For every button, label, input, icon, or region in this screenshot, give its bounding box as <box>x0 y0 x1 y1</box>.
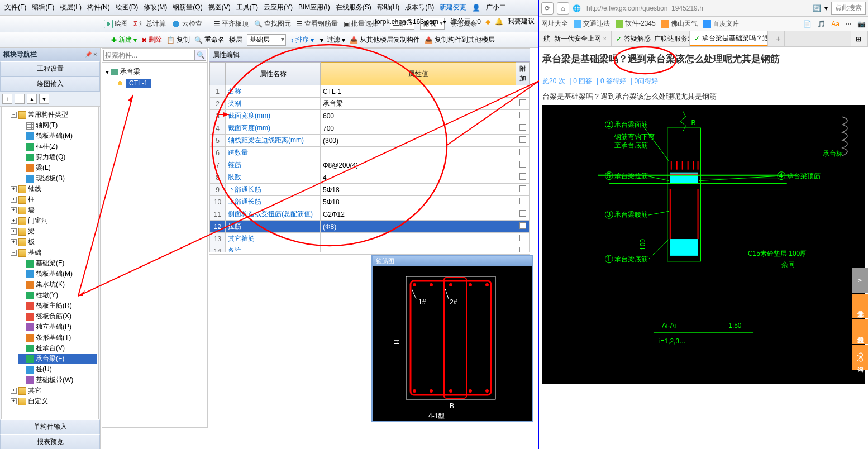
prop-row[interactable]: 8肢数4 <box>210 171 530 184</box>
prop-row[interactable]: 14备注 <box>210 245 530 252</box>
tree-custom[interactable]: +自定义 <box>11 396 97 407</box>
nav-section-project[interactable]: 工程设置 <box>0 61 100 77</box>
bm-ext3-icon[interactable]: Aa <box>831 20 840 28</box>
url-field[interactable]: http://e.fwxgx.com/question_1945219.h <box>584 3 809 13</box>
tree-other[interactable]: +其它 <box>11 385 97 396</box>
nav-expand-button[interactable]: + <box>2 94 12 104</box>
nav-down-button[interactable]: ▼ <box>39 94 49 104</box>
menu-online[interactable]: 在线服务(S) <box>333 2 374 13</box>
nav-section-report[interactable]: 报表预览 <box>0 434 100 449</box>
new-button[interactable]: ✚ 新建 ▾ <box>111 35 137 45</box>
side-feedback-button[interactable]: 意见反馈 <box>852 294 868 318</box>
rename-button[interactable]: 🔍 重命名 <box>194 35 225 45</box>
bm-ext4-icon[interactable]: ⋯ <box>845 20 852 28</box>
prop-row[interactable]: 11侧面构造或受扭筋(总配筋值)G2Φ12 <box>210 208 530 221</box>
prop-row[interactable]: 2类别承台梁 <box>210 98 530 110</box>
tree-foundation[interactable]: −基础 <box>11 247 97 258</box>
cloud-check-button[interactable]: 云检查 <box>171 19 202 28</box>
bm-sites[interactable]: 网址大全 <box>541 19 568 28</box>
menu-edit[interactable]: 编辑(E) <box>30 2 56 13</box>
sum-button[interactable]: Σ汇总计算 <box>133 19 166 28</box>
nav-tree[interactable]: −常用构件类型 轴网(T) 筏板基础(M) 框柱(Z) 剪力墙(Q) 梁(L) … <box>1 107 99 419</box>
align-top-button[interactable]: ☰平齐板顶 <box>214 19 249 28</box>
nav-pin-icon[interactable]: 📌 × <box>85 51 97 58</box>
tree-grp-column[interactable]: +柱 <box>11 194 97 205</box>
tree-beam[interactable]: 梁(L) <box>18 163 97 173</box>
component-search-button[interactable]: 🔍 <box>195 50 206 61</box>
view-rebar-button[interactable]: ☰查看钢筋量 <box>297 19 338 28</box>
bm-ext1-icon[interactable]: 📄 <box>803 20 812 28</box>
menu-version[interactable]: 版本号(B) <box>403 2 436 13</box>
menu-rebar[interactable]: 钢筋量(Q) <box>170 2 204 13</box>
prop-row[interactable]: 1名称CTL-1 <box>210 85 530 98</box>
menu-new-change[interactable]: 新建变更 <box>437 2 469 13</box>
sort-button[interactable]: ↕ 排序 ▾ <box>290 35 314 45</box>
tree-found-raft[interactable]: 筏板基础(M) <box>18 269 97 279</box>
tree-found-pile[interactable]: 桩(U) <box>18 364 97 375</box>
tree-found-beam[interactable]: 基础梁(F) <box>18 258 97 269</box>
menu-tool[interactable]: 工具(T) <box>234 2 260 13</box>
side-top-button[interactable]: ∧ <box>852 268 868 293</box>
tree-slab[interactable]: 现浇板(B) <box>18 173 97 184</box>
prop-row[interactable]: 10上部通长筋5Φ18 <box>210 196 530 208</box>
tree-found-iso[interactable]: 独立基础(P) <box>18 322 97 332</box>
side-qq-button[interactable]: QQ咨询 <box>852 345 868 370</box>
prop-row[interactable]: 3截面宽度(mm)600 <box>210 110 530 122</box>
tree-grp-beam[interactable]: +梁 <box>11 226 97 237</box>
tree-raft[interactable]: 筏板基础(M) <box>18 131 97 141</box>
bm-soft[interactable]: 软件-2345 <box>616 19 656 28</box>
tab-2[interactable]: ✓答疑解惑_广联达服务新× <box>612 31 690 46</box>
nav-collapse-button[interactable]: − <box>15 94 25 104</box>
home-button[interactable]: ⌂ <box>557 2 569 15</box>
tree-found-main[interactable]: 筏板主筋(R) <box>18 300 97 311</box>
tree-found-strip[interactable]: 条形基础(T) <box>18 332 97 343</box>
tree-found-cap[interactable]: 桩承台(V) <box>18 343 97 354</box>
tree-found-pier[interactable]: 柱墩(Y) <box>18 290 97 300</box>
bm-ext5-icon[interactable]: 📷 <box>857 20 866 28</box>
tree-grp-opening[interactable]: +门窗洞 <box>11 216 97 226</box>
menu-floor[interactable]: 楼层(L) <box>58 2 84 13</box>
delete-button[interactable]: ✖ 删除 <box>141 35 162 45</box>
batch-select-button[interactable]: ▣批量选择 <box>344 19 378 28</box>
bm-traffic[interactable]: 交通违法 <box>574 19 610 28</box>
property-table[interactable]: 属性名称 属性值 附加 1名称CTL-12类别承台梁3截面宽度(mm)6004截… <box>209 62 530 252</box>
close-icon[interactable]: × <box>603 36 607 42</box>
side-follow-button[interactable]: 关注我们 <box>852 319 868 344</box>
tree-grp-axis[interactable]: +轴线 <box>11 184 97 194</box>
nav-up-button[interactable]: ▲ <box>27 94 37 104</box>
menu-component[interactable]: 构件(N) <box>85 2 112 13</box>
prop-row[interactable]: 9下部通长筋5Φ18 <box>210 184 530 196</box>
user-avatar-icon[interactable]: 👤 <box>470 3 483 13</box>
comp-item[interactable]: CTL-1 <box>106 78 204 89</box>
menu-view[interactable]: 视图(V) <box>206 2 233 13</box>
sync-icon[interactable]: 🔄 <box>813 4 821 12</box>
menu-cloud[interactable]: 云应用(Y) <box>261 2 295 13</box>
bm-ext2-icon[interactable]: 🎵 <box>817 20 826 28</box>
draw-button[interactable]: 绘图 <box>104 19 128 28</box>
tree-root[interactable]: −常用构件类型 <box>11 109 97 120</box>
bell-icon[interactable]: 🔔 <box>495 18 503 26</box>
dropdown-icon[interactable]: ▾ <box>443 18 446 26</box>
tab-1[interactable]: 航_新一代安全上网× <box>539 31 612 46</box>
tab-3[interactable]: ✓承台梁是基础梁吗？遇到× <box>690 31 768 46</box>
tree-wall[interactable]: 剪力墙(Q) <box>18 152 97 163</box>
dropdown-icon[interactable]: ▾ <box>824 4 828 12</box>
tree-grp-wall[interactable]: +墙 <box>11 205 97 216</box>
comp-root[interactable]: ▾承台梁 <box>106 66 204 78</box>
component-search-input[interactable] <box>103 50 195 61</box>
copy-from-floor-button[interactable]: 📥 从其他楼层复制构件 <box>350 35 420 45</box>
prop-row[interactable]: 12拉筋(Φ8) <box>210 221 530 233</box>
copy-button[interactable]: 📋 复制 <box>166 35 190 45</box>
menu-file[interactable]: 文件(F) <box>2 2 28 13</box>
floor-dropdown[interactable]: 基础层 <box>247 34 286 46</box>
tree-found-neg[interactable]: 筏板负筋(X) <box>18 311 97 322</box>
menu-bim[interactable]: BIM应用(I) <box>296 2 332 13</box>
reload-button[interactable]: ⟳ <box>541 2 554 15</box>
tree-axis[interactable]: 轴网(T) <box>18 120 97 131</box>
tree-found-strip2[interactable]: 基础板带(W) <box>18 375 97 385</box>
search-input[interactable]: 点此搜索 <box>831 2 866 15</box>
prop-row[interactable]: 13其它箍筋 <box>210 233 530 245</box>
nav-section-draw[interactable]: 绘图输入 <box>0 77 100 92</box>
tree-found-sump[interactable]: 集水坑(K) <box>18 279 97 290</box>
find-button[interactable]: 🔍查找图元 <box>254 19 291 28</box>
